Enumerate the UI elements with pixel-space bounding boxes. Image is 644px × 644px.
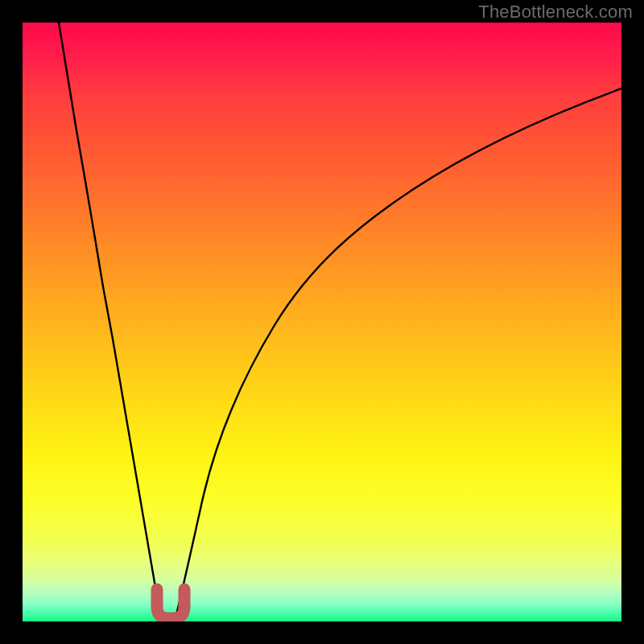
u-marker — [157, 589, 184, 618]
marker-layer — [23, 23, 621, 621]
plot-area — [23, 23, 621, 621]
watermark-text: TheBottleneck.com — [478, 2, 633, 23]
chart-frame: TheBottleneck.com — [0, 0, 644, 644]
